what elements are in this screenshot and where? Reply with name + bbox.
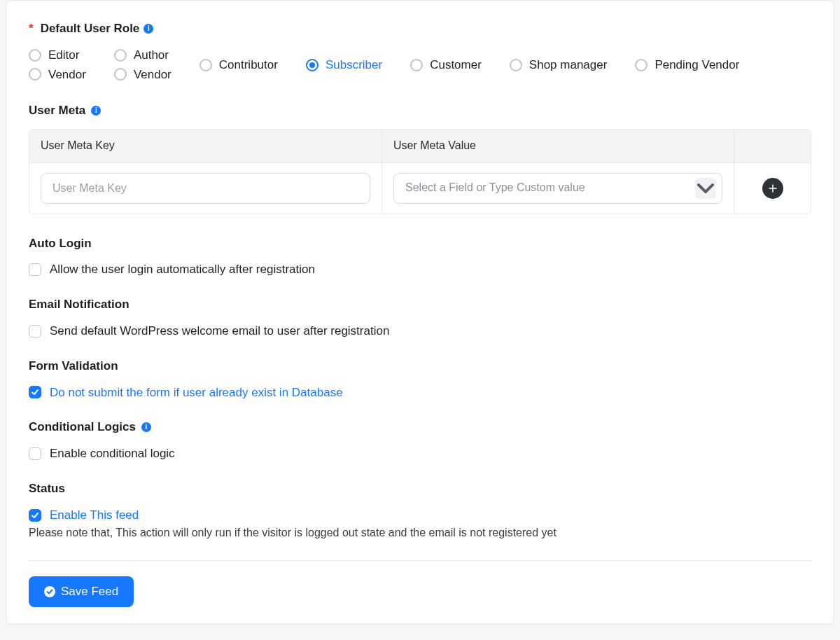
radio-label: Vendor <box>134 67 172 83</box>
email-notification-label: Send default WordPress welcome email to … <box>50 323 389 340</box>
select-placeholder-text: Select a Field or Type Custom value <box>405 180 585 195</box>
info-icon[interactable]: i <box>91 106 101 116</box>
form-validation-heading: Form Validation <box>29 358 811 375</box>
checkbox-icon <box>29 263 41 276</box>
conditional-logics-heading-text: Conditional Logics <box>29 419 136 436</box>
email-notification-heading: Email Notification <box>29 296 811 313</box>
radio-icon <box>510 59 522 71</box>
role-radio-shop-manager[interactable]: Shop manager <box>510 47 608 83</box>
user-meta-heading: User Meta i <box>29 102 811 119</box>
col-header-key: User Meta Key <box>29 130 382 162</box>
user-meta-value-select[interactable]: Select a Field or Type Custom value <box>393 173 722 204</box>
default-user-role-label: * Default User Role i <box>29 20 811 37</box>
checkbox-icon <box>29 509 41 522</box>
radio-label: Customer <box>430 57 482 74</box>
auto-login-checkbox[interactable]: Allow the user login automatically after… <box>29 261 811 278</box>
conditional-logics-label: Enable conditional logic <box>50 445 175 462</box>
radio-label: Pending Vendor <box>654 57 739 74</box>
role-radio-group: Editor Vendor Author Vendor C <box>29 47 811 83</box>
checkbox-icon <box>29 386 41 398</box>
col-header-value: User Meta Value <box>382 130 734 162</box>
role-radio-contributor[interactable]: Contributor <box>200 47 278 83</box>
radio-icon <box>114 49 127 62</box>
chevron-down-icon <box>695 178 716 199</box>
radio-icon <box>635 59 648 71</box>
radio-label: Shop manager <box>529 57 608 74</box>
role-radio-customer[interactable]: Customer <box>410 47 482 83</box>
radio-label: Contributor <box>219 57 278 74</box>
col-header-actions <box>734 130 811 162</box>
role-radio-subscriber[interactable]: Subscriber <box>306 47 382 83</box>
add-meta-row-button[interactable] <box>762 178 783 199</box>
radio-icon <box>114 68 127 81</box>
radio-label: Editor <box>48 47 79 64</box>
role-radio-author[interactable]: Author <box>114 47 172 64</box>
required-mark: * <box>29 20 34 37</box>
info-icon[interactable]: i <box>144 24 153 34</box>
auto-login-label: Allow the user login automatically after… <box>50 261 315 278</box>
status-checkbox[interactable]: Enable This feed <box>29 507 811 524</box>
conditional-logics-heading: Conditional Logics i <box>29 419 811 436</box>
user-meta-row: Select a Field or Type Custom value <box>29 163 811 214</box>
checkbox-icon <box>29 447 41 460</box>
radio-icon <box>306 59 318 71</box>
role-radio-editor[interactable]: Editor <box>29 47 86 64</box>
form-validation-heading-text: Form Validation <box>29 358 118 375</box>
user-meta-table: User Meta Key User Meta Value Select a F… <box>29 129 811 214</box>
save-feed-button[interactable]: Save Feed <box>29 576 134 607</box>
default-user-role-text: Default User Role <box>41 20 140 37</box>
info-icon[interactable]: i <box>141 422 151 432</box>
form-validation-label: Do not submit the form if user already e… <box>50 384 343 401</box>
auto-login-heading: Auto Login <box>29 235 811 252</box>
conditional-logics-checkbox[interactable]: Enable conditional logic <box>29 445 811 462</box>
email-notification-heading-text: Email Notification <box>29 296 130 313</box>
email-notification-checkbox[interactable]: Send default WordPress welcome email to … <box>29 323 811 340</box>
user-meta-heading-text: User Meta <box>29 102 85 119</box>
auto-login-heading-text: Auto Login <box>29 235 92 252</box>
radio-label: Vendor <box>48 67 86 83</box>
radio-icon <box>410 59 423 71</box>
radio-icon <box>29 68 41 81</box>
radio-icon <box>200 59 212 71</box>
status-label: Enable This feed <box>50 507 139 524</box>
radio-icon <box>29 49 41 62</box>
role-radio-vendor-2[interactable]: Vendor <box>114 67 172 83</box>
checkbox-icon <box>29 325 41 338</box>
role-radio-pending-vendor[interactable]: Pending Vendor <box>635 47 739 83</box>
form-validation-checkbox[interactable]: Do not submit the form if user already e… <box>29 384 811 401</box>
status-heading: Status <box>29 480 811 497</box>
radio-label: Subscriber <box>326 57 382 74</box>
check-circle-icon <box>44 586 55 597</box>
status-note: Please note that, This action will only … <box>29 525 811 541</box>
user-meta-table-head: User Meta Key User Meta Value <box>29 130 811 162</box>
status-heading-text: Status <box>29 480 65 497</box>
settings-card: * Default User Role i Editor Vendor Auth… <box>6 0 834 625</box>
user-meta-key-input[interactable] <box>41 173 370 204</box>
divider <box>29 560 811 561</box>
save-feed-button-label: Save Feed <box>61 585 118 599</box>
radio-label: Author <box>134 47 169 64</box>
role-radio-vendor[interactable]: Vendor <box>29 67 86 83</box>
